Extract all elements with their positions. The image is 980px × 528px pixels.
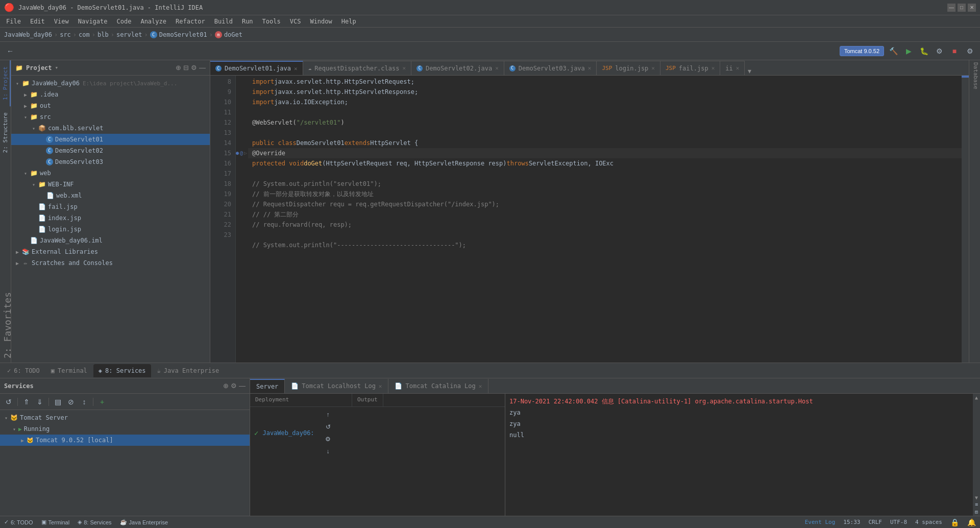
breadcrumb-project[interactable]: JavaWeb_day06	[4, 31, 52, 38]
tab-todo[interactable]: ✓ 6: TODO	[2, 364, 45, 377]
menu-help[interactable]: Help	[337, 17, 360, 26]
stop-button[interactable]: ■	[948, 45, 961, 57]
maximize-button[interactable]: □	[958, 4, 966, 12]
close-button[interactable]: ✕	[968, 4, 976, 12]
tree-item-loginjsp[interactable]: ▶ 📄 login.jsp	[11, 224, 210, 235]
tab-close-login[interactable]: ✕	[651, 65, 655, 71]
breadcrumb-servlet[interactable]: servlet	[116, 31, 142, 38]
tree-item-demoservlet02[interactable]: ▶ C DemoServlet02	[11, 145, 210, 156]
srv-filter-button[interactable]: ⊘	[65, 396, 77, 407]
menu-vcs[interactable]: VCS	[286, 17, 305, 26]
srv-arrow-tomcat[interactable]: ▾	[2, 412, 10, 423]
scroll-from-source-button[interactable]: ⊕	[176, 64, 181, 71]
srv-expand-button[interactable]: ⇓	[34, 396, 45, 407]
srv-tab-close-catalina[interactable]: ✕	[479, 383, 482, 390]
lock-icon[interactable]: 🔒	[950, 518, 959, 526]
breadcrumb-com[interactable]: com	[79, 31, 90, 38]
menu-navigate[interactable]: Navigate	[74, 17, 112, 26]
breadcrumb-src[interactable]: src	[60, 31, 71, 38]
project-dropdown[interactable]: ▾	[55, 64, 59, 71]
scroll-up-arrow[interactable]: ▲	[975, 395, 978, 400]
tree-arrow-scratches[interactable]: ▶	[13, 257, 21, 269]
tree-item-webinf[interactable]: ▾ 📁 WEB-INF	[11, 179, 210, 190]
scroll-extra-button[interactable]: ⊞	[975, 509, 978, 515]
deploy-down-button[interactable]: ↓	[323, 446, 334, 457]
sidebar-label-database[interactable]: Database	[969, 60, 980, 91]
java-enterprise-status-button[interactable]: ☕ Java Enterprise	[120, 519, 168, 525]
tab-services[interactable]: ◈ 8: Services	[93, 364, 151, 377]
tree-item-indexjsp[interactable]: ▶ 📄 index.jsp	[11, 212, 210, 224]
sidebar-label-structure[interactable]: 2: Structure	[0, 106, 11, 159]
make-button[interactable]: 🔨	[887, 45, 899, 57]
sidebar-label-project[interactable]: 1: Project	[0, 60, 11, 106]
srv-tab-localhost-log[interactable]: 📄 Tomcat Localhost Log ✕	[285, 379, 388, 393]
more-tabs-button[interactable]: ▾	[745, 67, 754, 75]
tab-close-fail[interactable]: ✕	[712, 65, 715, 71]
tree-item-scratches[interactable]: ▶ ✏ Scratches and Consoles	[11, 257, 210, 269]
menu-edit[interactable]: Edit	[26, 17, 49, 26]
gutter-fold[interactable]: ▷	[244, 148, 247, 158]
srv-arrow-running[interactable]: ▾	[10, 423, 18, 435]
tree-item-idea[interactable]: ▶ 📁 .idea	[11, 89, 210, 100]
tree-arrow-package[interactable]: ▾	[30, 123, 38, 134]
tab-demoservlet02[interactable]: C DemoServlet02.java ✕	[411, 61, 504, 75]
services-close-button[interactable]: —	[239, 382, 246, 390]
charset-indicator[interactable]: UTF-8	[890, 519, 907, 525]
sidebar-label-favorites[interactable]: 2: Favorites	[0, 288, 11, 363]
run-button[interactable]: ▶	[902, 45, 915, 57]
tree-arrow-web[interactable]: ▾	[21, 167, 30, 179]
services-settings-button[interactable]: ⚙	[231, 382, 237, 390]
menu-window[interactable]: Window	[306, 17, 336, 26]
tree-item-failjsp[interactable]: ▶ 📄 fail.jsp	[11, 201, 210, 212]
scroll-fit-button[interactable]: ≡	[975, 501, 978, 507]
menu-run[interactable]: Run	[238, 17, 257, 26]
tab-loginjsp[interactable]: JSP login.jsp ✕	[597, 61, 660, 75]
menu-view[interactable]: View	[50, 17, 73, 26]
breadcrumb-blb[interactable]: blb	[97, 31, 109, 38]
tree-arrow-idea[interactable]: ▶	[21, 89, 30, 100]
tab-failjsp[interactable]: JSP fail.jsp ✕	[660, 61, 720, 75]
tab-close-ds01[interactable]: ✕	[294, 65, 298, 72]
panel-settings-button[interactable]: ⚙	[191, 64, 197, 71]
srv-tab-catalina-log[interactable]: 📄 Tomcat Catalina Log ✕	[388, 379, 488, 393]
srv-tab-server[interactable]: Server	[250, 379, 285, 393]
menu-code[interactable]: Code	[113, 17, 136, 26]
srv-tree-tomcat-instance[interactable]: ▶ 🐱 Tomcat 9.0.52 [local]	[0, 435, 250, 446]
tab-ii[interactable]: ii ✕	[720, 61, 745, 75]
tab-close-ds03[interactable]: ✕	[588, 65, 592, 71]
breadcrumb-class[interactable]: DemoServlet01	[159, 31, 207, 38]
settings-button[interactable]: ⚙	[964, 45, 976, 57]
tab-demoservlet03[interactable]: C DemoServlet03.java ✕	[504, 61, 597, 75]
notification-icon[interactable]: 🔔	[967, 518, 976, 526]
tomcat-run-config[interactable]: Tomcat 9.0.52	[840, 46, 884, 56]
editor-scrollbar[interactable]	[962, 76, 969, 363]
tab-close-rd[interactable]: ✕	[402, 65, 406, 71]
deploy-refresh-button[interactable]: ↺	[323, 421, 334, 433]
tree-arrow-out[interactable]: ▶	[21, 100, 30, 111]
tab-close-ds02[interactable]: ✕	[495, 65, 499, 71]
srv-tree-running[interactable]: ▾ ▶ Running	[0, 423, 250, 435]
tab-close-ii[interactable]: ✕	[736, 65, 740, 71]
tree-arrow-root[interactable]: ▾	[13, 78, 21, 89]
tree-item-out[interactable]: ▶ 📁 out	[11, 100, 210, 111]
tree-item-root[interactable]: ▾ 📁 JavaWeb_day06 E:\idea project\JavaWe…	[11, 78, 210, 89]
tree-item-demoservlet03[interactable]: ▶ C DemoServlet03	[11, 156, 210, 167]
back-button[interactable]: ←	[4, 45, 16, 57]
tab-java-enterprise[interactable]: ☕ Java Enterprise	[152, 364, 225, 377]
tree-item-webxml[interactable]: ▶ 📄 web.xml	[11, 190, 210, 201]
tree-item-package[interactable]: ▾ 📦 com.blb.servlet	[11, 123, 210, 134]
tab-requestdispatcher[interactable]: ☁ RequestDispatcher.class ✕	[303, 61, 411, 75]
todo-status-button[interactable]: ✓ 6: TODO	[4, 519, 33, 525]
menu-refactor[interactable]: Refactor	[172, 17, 209, 26]
tree-item-web[interactable]: ▾ 📁 web	[11, 167, 210, 179]
run-config-button[interactable]: ⚙	[933, 45, 945, 57]
tree-arrow-extlibs[interactable]: ▶	[13, 246, 21, 257]
tree-item-src[interactable]: ▾ 📁 src	[11, 111, 210, 123]
tree-item-external-libs[interactable]: ▶ 📚 External Libraries	[11, 246, 210, 257]
deploy-up-button[interactable]: ↑	[323, 409, 334, 420]
breadcrumb-method[interactable]: doGet	[224, 31, 242, 38]
debug-button[interactable]: 🐛	[918, 45, 930, 57]
line-col-indicator[interactable]: 15:33	[843, 519, 860, 525]
menu-analyze[interactable]: Analyze	[136, 17, 170, 26]
collapse-all-button[interactable]: ⊟	[183, 64, 189, 71]
